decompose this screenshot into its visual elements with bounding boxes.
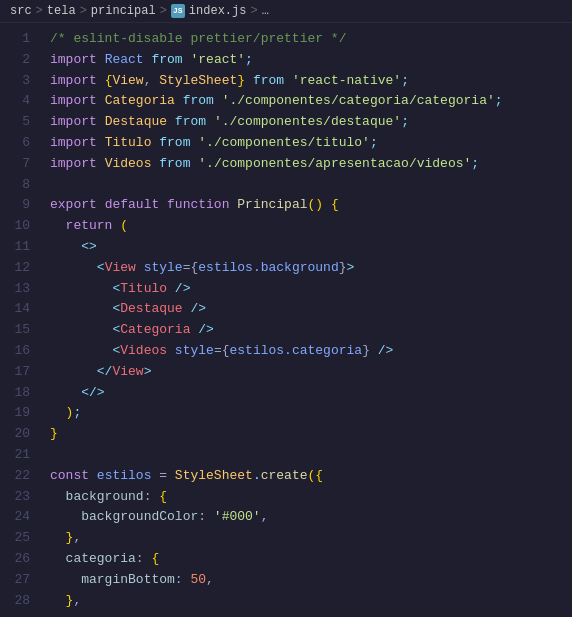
line-number: 18	[0, 383, 30, 404]
token: />	[198, 320, 214, 341]
line-number: 19	[0, 403, 30, 424]
token: ;	[370, 133, 378, 154]
line-number: 23	[0, 487, 30, 508]
token	[50, 591, 66, 612]
breadcrumb-principal: principal	[91, 4, 156, 18]
token: './componentes/destaque'	[214, 112, 401, 133]
sep1: >	[36, 4, 43, 18]
token	[50, 320, 112, 341]
token: <	[112, 299, 120, 320]
line-number: 21	[0, 445, 30, 466]
token	[50, 403, 66, 424]
token	[370, 341, 378, 362]
token: :	[144, 487, 160, 508]
token: <	[112, 320, 120, 341]
code-line: import Titulo from './componentes/titulo…	[50, 133, 572, 154]
line-number: 28	[0, 591, 30, 612]
token: const	[50, 466, 89, 487]
token: from	[183, 91, 214, 112]
code-editor[interactable]: 1234567891011121314151617181920212223242…	[0, 23, 572, 612]
token: import	[50, 50, 97, 71]
line-number: 5	[0, 112, 30, 133]
line-number: 14	[0, 299, 30, 320]
token: =	[214, 341, 222, 362]
token	[97, 71, 105, 92]
token: from	[159, 133, 190, 154]
token	[245, 71, 253, 92]
token	[50, 279, 112, 300]
token: }	[50, 611, 58, 612]
token: from	[159, 154, 190, 175]
token: (	[120, 216, 128, 237]
code-line: },	[50, 528, 572, 549]
token: (	[308, 466, 316, 487]
token	[97, 50, 105, 71]
token: return	[66, 216, 113, 237]
token: 'react'	[190, 50, 245, 71]
token: StyleSheet	[175, 466, 253, 487]
token: import	[50, 133, 97, 154]
code-line: <Titulo />	[50, 279, 572, 300]
token	[151, 466, 159, 487]
token: />	[378, 341, 394, 362]
token: estilos	[97, 466, 152, 487]
token: ;	[401, 112, 409, 133]
token	[190, 320, 198, 341]
token: }	[362, 341, 370, 362]
code-line: import Videos from './componentes/aprese…	[50, 154, 572, 175]
token: />	[190, 299, 206, 320]
token: estilos.categoria	[230, 341, 363, 362]
token: :	[136, 549, 152, 570]
token	[50, 258, 97, 279]
token: }	[66, 528, 74, 549]
token: style	[144, 258, 183, 279]
token	[167, 341, 175, 362]
token	[190, 133, 198, 154]
token: categoria	[66, 549, 136, 570]
sep4: >	[250, 4, 257, 18]
code-line: import React from 'react';	[50, 50, 572, 71]
token: }	[237, 71, 245, 92]
token: ()	[308, 195, 324, 216]
token: from	[253, 71, 284, 92]
breadcrumb-src: src	[10, 4, 32, 18]
token: background	[66, 487, 144, 508]
token: )	[58, 611, 66, 612]
token	[112, 216, 120, 237]
token	[97, 133, 105, 154]
token: {	[331, 195, 339, 216]
code-line	[50, 445, 572, 466]
code-line: import {View, StyleSheet} from 'react-na…	[50, 71, 572, 92]
code-line: <Videos style={estilos.categoria} />	[50, 341, 572, 362]
token: './componentes/apresentacao/videos'	[198, 154, 471, 175]
line-number: 24	[0, 507, 30, 528]
token: <	[97, 258, 105, 279]
token	[284, 71, 292, 92]
line-number: 8	[0, 175, 30, 196]
line-number: 11	[0, 237, 30, 258]
token: ;	[401, 71, 409, 92]
token: StyleSheet	[159, 71, 237, 92]
token: :	[175, 570, 191, 591]
code-content[interactable]: /* eslint-disable prettier/prettier */im…	[38, 23, 572, 612]
code-line: <View style={estilos.background}>	[50, 258, 572, 279]
token: Principal	[237, 195, 307, 216]
breadcrumb-bar: src > tela > principal > JS index.js > …	[0, 0, 572, 23]
token	[97, 195, 105, 216]
token: create	[261, 466, 308, 487]
token: >	[144, 362, 152, 383]
token	[151, 154, 159, 175]
js-file-icon: JS	[171, 4, 185, 18]
code-line: import Destaque from './componentes/dest…	[50, 112, 572, 133]
code-line: });	[50, 611, 572, 612]
token: Categoria	[105, 91, 175, 112]
token: style	[175, 341, 214, 362]
token	[323, 195, 331, 216]
token	[167, 279, 175, 300]
token: './componentes/titulo'	[198, 133, 370, 154]
token	[97, 154, 105, 175]
token: Videos	[105, 154, 152, 175]
token	[136, 258, 144, 279]
token: </	[97, 362, 113, 383]
token	[50, 299, 112, 320]
